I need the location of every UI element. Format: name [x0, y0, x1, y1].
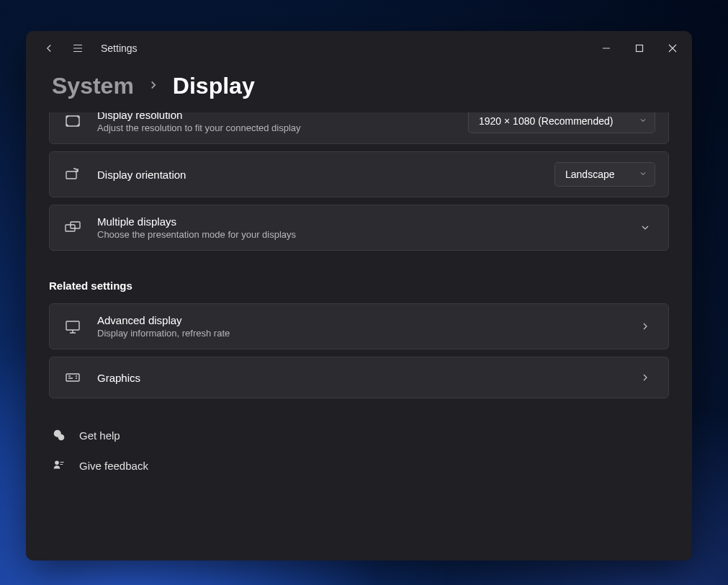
- app-title: Settings: [101, 43, 138, 54]
- breadcrumb-parent[interactable]: System: [52, 73, 134, 99]
- give-feedback-link[interactable]: Give feedback: [50, 455, 669, 476]
- resolution-dropdown[interactable]: 1920 × 1080 (Recommended): [468, 112, 655, 133]
- chevron-down-icon: [639, 115, 647, 127]
- breadcrumb: System Display: [26, 66, 692, 112]
- advanced-title: Advanced display: [97, 314, 621, 326]
- resolution-icon: [63, 112, 83, 131]
- orientation-value: Landscape: [565, 169, 615, 180]
- chevron-right-icon: [147, 79, 160, 94]
- resolution-subtitle: Adjust the resolution to fit your connec…: [97, 122, 454, 133]
- svg-rect-0: [637, 45, 643, 52]
- chevron-right-icon: [635, 321, 655, 332]
- multiple-subtitle: Choose the presentation mode for your di…: [97, 229, 621, 240]
- titlebar: Settings: [26, 31, 692, 66]
- get-help-link[interactable]: ? Get help: [50, 424, 669, 446]
- setting-multiple-displays[interactable]: Multiple displays Choose the presentatio…: [49, 205, 669, 251]
- breadcrumb-current: Display: [173, 73, 255, 99]
- chevron-down-icon: [635, 222, 655, 233]
- content-area: Display resolution Adjust the resolution…: [26, 112, 692, 561]
- svg-point-10: [55, 461, 59, 465]
- orientation-dropdown[interactable]: Landscape: [554, 162, 655, 187]
- footer-links: ? Get help Give feedback: [49, 424, 669, 476]
- graphics-icon: [63, 367, 83, 388]
- get-help-label: Get help: [79, 429, 120, 442]
- link-graphics[interactable]: Graphics: [49, 357, 669, 398]
- help-icon: ?: [50, 429, 68, 442]
- chevron-down-icon: [639, 169, 647, 180]
- advanced-subtitle: Display information, refresh rate: [97, 328, 621, 339]
- svg-rect-1: [66, 116, 79, 126]
- orientation-title: Display orientation: [97, 169, 540, 181]
- svg-rect-2: [66, 171, 76, 179]
- svg-rect-5: [66, 321, 79, 330]
- svg-text:?: ?: [60, 435, 63, 439]
- setting-display-resolution: Display resolution Adjust the resolution…: [49, 112, 669, 144]
- multiple-displays-icon: [63, 218, 83, 238]
- back-button[interactable]: [35, 34, 63, 63]
- graphics-title: Graphics: [97, 372, 621, 384]
- chevron-right-icon: [635, 372, 655, 383]
- resolution-title: Display resolution: [97, 112, 454, 121]
- menu-button[interactable]: [63, 34, 92, 63]
- multiple-title: Multiple displays: [97, 215, 621, 228]
- related-heading: Related settings: [49, 280, 669, 292]
- monitor-icon: [63, 316, 83, 336]
- resolution-value: 1920 × 1080 (Recommended): [479, 115, 613, 127]
- give-feedback-label: Give feedback: [79, 460, 148, 472]
- setting-display-orientation: Display orientation Landscape: [49, 151, 669, 197]
- link-advanced-display[interactable]: Advanced display Display information, re…: [49, 303, 669, 349]
- maximize-button[interactable]: [623, 37, 656, 60]
- minimize-button[interactable]: [590, 37, 623, 60]
- close-button[interactable]: [656, 37, 689, 60]
- svg-rect-6: [66, 374, 79, 381]
- settings-window: Settings System Display Display resoluti…: [26, 31, 692, 561]
- feedback-icon: [50, 459, 68, 472]
- orientation-icon: [63, 164, 83, 184]
